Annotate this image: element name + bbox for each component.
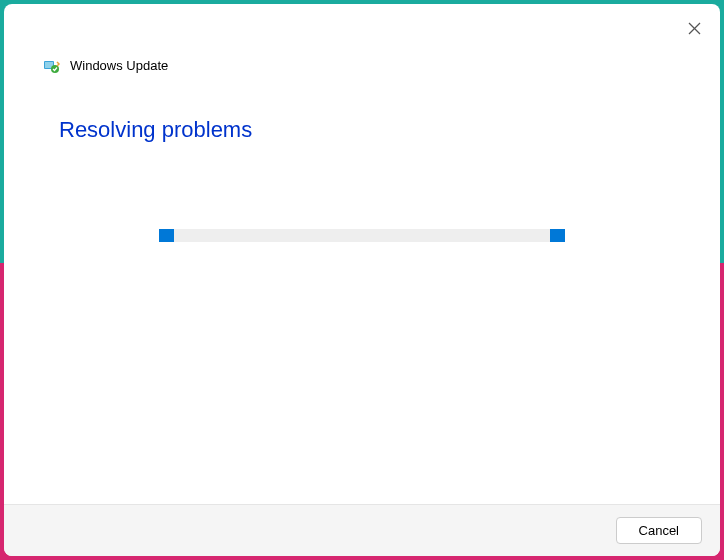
troubleshooter-window: Windows Update Resolving problems Cancel (4, 4, 720, 556)
close-button[interactable] (682, 16, 706, 40)
progress-indicator-left (159, 229, 174, 242)
page-title: Resolving problems (59, 117, 665, 143)
windows-update-icon (44, 59, 62, 73)
footer: Cancel (4, 504, 720, 556)
header: Windows Update (4, 4, 720, 73)
close-icon (688, 22, 701, 35)
header-title: Windows Update (70, 58, 168, 73)
progress-indicator-right (550, 229, 565, 242)
progress-container (59, 229, 665, 242)
progress-bar (159, 229, 565, 242)
main-content: Resolving problems (4, 73, 720, 504)
cancel-button[interactable]: Cancel (616, 517, 702, 544)
